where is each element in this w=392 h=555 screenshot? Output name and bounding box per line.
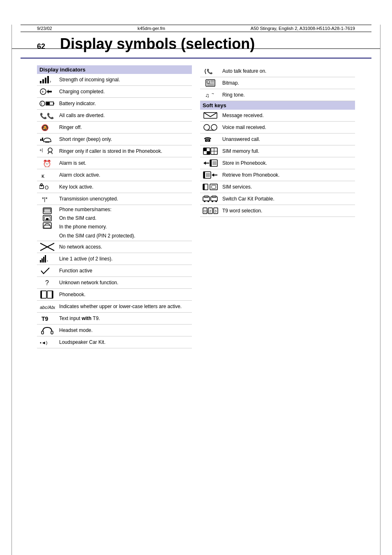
table-row: Phonebook. [37,289,192,301]
inner-content: 9/23/02 k45dm-ger.fm A50 Stingray, Engli… [21,25,371,355]
autotalk-icon: 📞 [203,67,218,76]
right-top-table: 📞 Auto talk feature on. [200,65,355,101]
svg-text:☎: ☎ [204,136,212,143]
svg-rect-1 [42,79,44,83]
alarm-set-icon: ⏰ [39,159,55,168]
desc-cell: Transmission unencrypted. [58,193,192,205]
table-row: Function active [37,265,192,277]
svg-rect-18 [42,138,43,141]
no-network-icon [39,242,55,251]
icon-cell: ? [37,277,58,289]
svg-marker-84 [212,173,217,177]
svg-rect-62 [204,113,217,118]
icon-cell [37,134,58,145]
page-wrapper: 9/23/02 k45dm-ger.fm A50 Stingray, Engli… [0,25,392,555]
svg-marker-7 [47,90,52,94]
table-row: 📞 📞 All calls are diverted. [37,110,192,122]
svg-text:*|*: *|* [42,196,48,202]
table-row: Retrieve from Phonebook. [200,169,355,181]
bitmap-icon [203,78,218,88]
svg-rect-41 [45,255,46,263]
icon-cell [200,145,221,157]
desc-cell: Charging completed. [58,86,192,98]
desc-cell: On the SIM card. [58,214,192,223]
svg-rect-88 [212,185,216,189]
alarm-active-icon: ĸ [39,170,55,180]
desc-cell: Loudspeaker Car Kit. [58,336,192,348]
svg-rect-17 [40,139,42,141]
page-title: Display symbols (selection) [60,35,255,53]
svg-text:+|: +| [39,148,43,152]
svg-text:T9: T9 [42,315,48,322]
icon-cell [200,122,221,134]
icon-cell: › [37,74,58,86]
desc-cell: Switch Car Kit Portable. [221,193,355,205]
desc-cell: Headset mode. [58,325,192,336]
left-column: Display indicators › [37,65,192,348]
table-row: › Line 1 active (of 2 lines). [37,253,192,265]
icon-cell: 📞 📞 [37,110,58,122]
retrieve-phonebook-icon [203,170,218,180]
icon-cell: + [37,86,58,98]
table-row: Switch Car Kit Portable. [200,193,355,205]
svg-rect-69 [207,151,210,154]
icon-cell: abc/Abc [37,301,58,313]
desc-cell: Phone numbers/names: [58,205,192,214]
table-row: Phone numbers/names: [37,205,192,214]
icon-cell: i [37,98,58,110]
svg-rect-40 [43,257,44,263]
icon-cell: ⏰ [37,157,58,169]
svg-rect-33 [46,218,48,220]
svg-point-92 [208,200,209,202]
svg-point-96 [215,200,217,202]
svg-text:📞: 📞 [47,113,54,120]
icon-cell [200,169,221,181]
loudspeaker-icon: •◄) [39,338,55,347]
table-row: Headset mode. [37,325,192,336]
desc-cell: Strength of incoming signal. [58,74,192,86]
svg-text:♫: ♫ [205,92,210,99]
desc-cell: SIM memory full. [221,145,355,157]
page-title-area: 62 Display symbols (selection) [21,32,371,59]
function-active-icon [39,266,55,275]
desc-cell: No network access. [58,241,192,253]
table-row: In the phone memory. [37,223,192,232]
icon-cell: ♫ ~ [200,89,221,101]
icon-cell [200,181,221,193]
table-row: Voice mail received. [200,122,355,134]
table-row: On the SIM card. [37,214,192,223]
svg-text:ĸ: ĸ [42,173,45,179]
t9-icon: T9 [39,314,55,323]
icon-cell: *|* [37,193,58,205]
icon-cell [37,325,58,336]
abcabc-icon: abc/Abc [39,302,55,311]
svg-rect-35 [44,226,51,228]
svg-text:~: ~ [212,92,214,96]
desc-cell: Alarm clock active. [58,169,192,181]
svg-rect-23 [39,185,44,189]
table-row: On the SIM card (PIN 2 protected). [37,231,192,241]
t9word-icon: 01 2 3 [203,206,218,215]
simservices-icon [203,182,218,191]
phone-ring-icon: +| [39,147,55,156]
icon-cell: ☎ [200,134,221,145]
desc-cell: Unknown network function. [58,277,192,289]
icon-cell [37,289,58,301]
svg-text:abc/Abc: abc/Abc [40,305,55,310]
table-row: *|* Transmission unencrypted. [37,193,192,205]
table-row: Bitmap. [200,77,355,89]
svg-text:›: › [50,79,51,84]
icon-cell [37,231,58,241]
icon-cell [200,110,221,122]
icon-cell: •◄) [37,336,58,348]
svg-rect-47 [52,291,53,298]
icon-cell [200,193,221,205]
svg-rect-75 [210,160,212,166]
store-phonebook-icon [203,159,218,168]
battery-icon: i [39,99,55,108]
svg-point-91 [204,200,205,202]
table-row: O Key lock active. [37,181,192,193]
table-row: ? Unknown network function. [37,277,192,289]
desc-cell: Auto talk feature on. [221,65,355,77]
pin2-icon [43,222,52,229]
